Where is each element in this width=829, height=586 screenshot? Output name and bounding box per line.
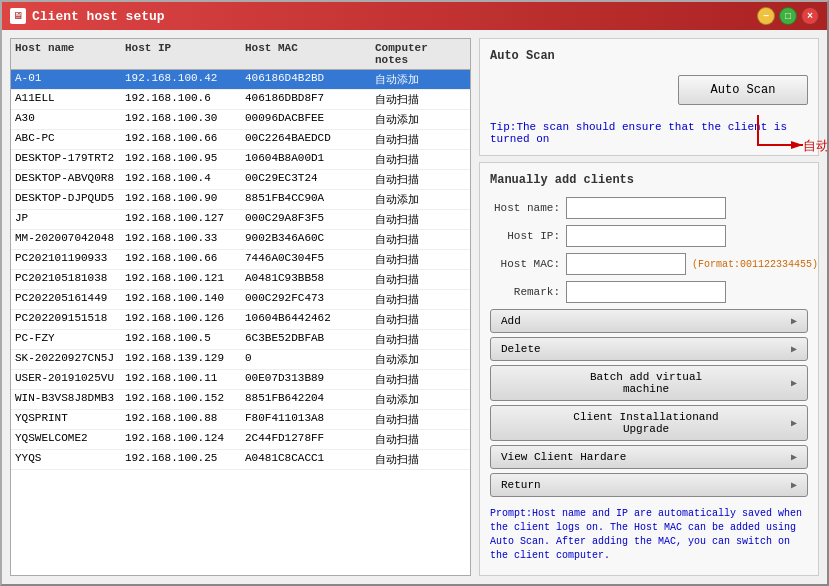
host-name-label: Host name: <box>490 202 560 214</box>
right-panel: Auto Scan Auto Scan <box>479 38 819 576</box>
auto-scan-label: Auto Scan <box>490 49 555 63</box>
title-bar-left: 🖥 Client host setup <box>10 8 165 24</box>
host-ip-row: Host IP: <box>490 225 808 247</box>
host-table-panel: Host name Host IP Host MAC Computer note… <box>10 38 471 576</box>
client-install-button[interactable]: Client InstallationandUpgrade ▶ <box>490 405 808 441</box>
table-row[interactable]: ABC-PC 192.168.100.66 00C2264BAEDCD 自动扫描 <box>11 130 470 150</box>
chinese-scan-label: 自动扫描 <box>803 137 827 155</box>
table-body[interactable]: A-01 192.168.100.42 406186D4B2BD 自动添加 A1… <box>11 70 470 575</box>
table-row[interactable]: PC202205161449 192.168.100.140 000C292FC… <box>11 290 470 310</box>
table-row[interactable]: YQSPRINT 192.168.100.88 F80F411013A8 自动扫… <box>11 410 470 430</box>
main-window: 🖥 Client host setup − □ × Host name Host… <box>0 0 829 586</box>
auto-scan-button[interactable]: Auto Scan <box>678 75 808 105</box>
host-mac-row: Host MAC: (Format:001122334455) <box>490 253 808 275</box>
table-row[interactable]: YQSWELCOME2 192.168.100.124 2C44FD1278FF… <box>11 430 470 450</box>
table-row[interactable]: MM-202007042048 192.168.100.33 9002B346A… <box>11 230 470 250</box>
manual-add-section: Manually add clients Host name: Host IP:… <box>479 162 819 576</box>
host-mac-input[interactable] <box>566 253 686 275</box>
table-row[interactable]: A11ELL 192.168.100.6 406186DBD8F7 自动扫描 <box>11 90 470 110</box>
maximize-button[interactable]: □ <box>779 7 797 25</box>
host-name-input[interactable] <box>566 197 726 219</box>
col-host-name: Host name <box>15 42 125 66</box>
close-button[interactable]: × <box>801 7 819 25</box>
host-mac-label: Host MAC: <box>490 258 560 270</box>
mac-format-hint: (Format:001122334455) <box>692 259 818 270</box>
action-buttons: Add ▶ Delete ▶ Batch add virtualmachine … <box>490 309 808 497</box>
table-row[interactable]: DESKTOP-DJPQUD5 192.168.100.90 8851FB4CC… <box>11 190 470 210</box>
add-button[interactable]: Add ▶ <box>490 309 808 333</box>
table-row[interactable]: PC202105181038 192.168.100.121 A0481C93B… <box>11 270 470 290</box>
table-header: Host name Host IP Host MAC Computer note… <box>11 39 470 70</box>
table-row[interactable]: PC202209151518 192.168.100.126 10604B644… <box>11 310 470 330</box>
content-area: Host name Host IP Host MAC Computer note… <box>2 30 827 584</box>
return-button[interactable]: Return ▶ <box>490 473 808 497</box>
delete-button[interactable]: Delete ▶ <box>490 337 808 361</box>
auto-scan-section: Auto Scan Auto Scan <box>479 38 819 156</box>
manual-add-label: Manually add clients <box>490 173 808 187</box>
title-buttons: − □ × <box>757 7 819 25</box>
table-row[interactable]: YYQS 192.168.100.25 A0481C8CACC1 自动扫描 <box>11 450 470 470</box>
remark-row: Remark: <box>490 281 808 303</box>
host-ip-label: Host IP: <box>490 230 560 242</box>
table-row[interactable]: SK-20220927CN5J 192.168.139.129 0 自动添加 <box>11 350 470 370</box>
table-row[interactable]: PC202101190933 192.168.100.66 7446A0C304… <box>11 250 470 270</box>
minimize-button[interactable]: − <box>757 7 775 25</box>
table-row[interactable]: A30 192.168.100.30 00096DACBFEE 自动添加 <box>11 110 470 130</box>
table-row[interactable]: USER-20191025VU 192.168.100.11 00E07D313… <box>11 370 470 390</box>
col-notes: Computer notes <box>375 42 466 66</box>
col-host-mac: Host MAC <box>245 42 375 66</box>
host-ip-input[interactable] <box>566 225 726 247</box>
host-name-row: Host name: <box>490 197 808 219</box>
table-row[interactable]: DESKTOP-179TRT2 192.168.100.95 10604B8A0… <box>11 150 470 170</box>
title-bar: 🖥 Client host setup − □ × <box>2 2 827 30</box>
remark-label: Remark: <box>490 286 560 298</box>
remark-input[interactable] <box>566 281 726 303</box>
batch-add-button[interactable]: Batch add virtualmachine ▶ <box>490 365 808 401</box>
table-row[interactable]: DESKTOP-ABVQ0R8 192.168.100.4 00C29EC3T2… <box>11 170 470 190</box>
table-row[interactable]: A-01 192.168.100.42 406186D4B2BD 自动添加 <box>11 70 470 90</box>
prompt-text: Prompt:Host name and IP are automaticall… <box>490 507 808 563</box>
col-host-ip: Host IP <box>125 42 245 66</box>
window-icon: 🖥 <box>10 8 26 24</box>
view-client-button[interactable]: View Client Hardare ▶ <box>490 445 808 469</box>
table-row[interactable]: WIN-B3VS8J8DMB3 192.168.100.152 8851FB64… <box>11 390 470 410</box>
window-title: Client host setup <box>32 9 165 24</box>
table-row[interactable]: PC-FZY 192.168.100.5 6C3BE52DBFAB 自动扫描 <box>11 330 470 350</box>
table-row[interactable]: JP 192.168.100.127 000C29A8F3F5 自动扫描 <box>11 210 470 230</box>
